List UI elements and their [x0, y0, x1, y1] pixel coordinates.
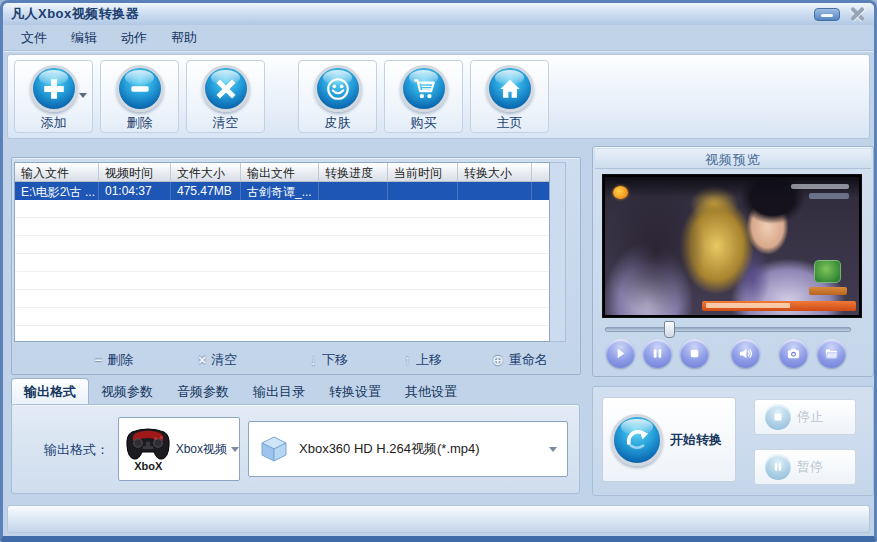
window-title: 凡人Xbox视频转换器 — [11, 5, 139, 23]
close-icon[interactable] — [850, 6, 866, 22]
col-current-time[interactable]: 当前时间 — [388, 163, 458, 181]
play-button[interactable] — [606, 339, 635, 368]
empty-row — [15, 308, 549, 326]
profile-select[interactable]: Xbox360 HD H.264视频(*.mp4) — [248, 421, 568, 477]
watermark-text — [791, 184, 849, 189]
device-select[interactable]: XboX Xbox视频 — [118, 417, 240, 481]
gamepad-icon-wrap: XboX — [121, 426, 176, 472]
menu-action[interactable]: 动作 — [111, 26, 157, 50]
table-row[interactable]: E:\电影2\古 ... 01:04:37 475.47MB 古剑奇谭_... — [15, 182, 549, 200]
empty-row — [15, 236, 549, 254]
tab-audio-params[interactable]: 音频参数 — [165, 379, 241, 405]
skin-button[interactable]: 皮肤 — [298, 60, 377, 133]
cell-duration: 01:04:37 — [99, 182, 171, 200]
rename-button[interactable]: ⊕ 重命名 — [492, 351, 548, 369]
snapshot-button[interactable] — [779, 339, 808, 368]
plus-icon — [30, 65, 78, 112]
seek-slider[interactable] — [605, 327, 851, 332]
cell-output-file: 古剑奇谭_... — [241, 182, 319, 200]
video-preview-panel: 视频预览 — [592, 146, 874, 377]
delete-button-label: 删除 — [127, 114, 153, 132]
volume-button[interactable] — [731, 339, 760, 368]
col-output-file[interactable]: 输出文件 — [241, 163, 319, 181]
clear-button[interactable]: 清空 — [186, 60, 265, 133]
menu-edit[interactable]: 编辑 — [61, 26, 107, 50]
minus-icon — [116, 65, 164, 112]
col-converted-size[interactable]: 转换大小 — [458, 163, 532, 181]
convert-panel: 开始转换 停止 暂停 — [592, 386, 874, 496]
output-format-group: 输出格式： XboX Xbox视频 — [11, 404, 580, 494]
menu-bar: 文件 编辑 动作 帮助 — [3, 25, 874, 51]
buy-button-label: 购买 — [411, 114, 437, 132]
menu-file[interactable]: 文件 — [11, 26, 57, 50]
seek-slider-thumb[interactable] — [664, 321, 675, 338]
vertical-scrollbar[interactable] — [550, 162, 566, 342]
cell-converted-size — [458, 182, 532, 200]
window-controls — [814, 6, 866, 22]
add-button[interactable]: 添加 — [14, 60, 93, 133]
stop-convert-label: 停止 — [797, 408, 823, 426]
list-actions-row: − 删除 × 清空 ↓ 下移 ↑ 上移 ⊕ 重命名 — [12, 346, 580, 374]
cell-file-size: 475.47MB — [171, 182, 241, 200]
speaker-icon — [738, 346, 753, 361]
col-duration[interactable]: 视频时间 — [99, 163, 171, 181]
home-button[interactable]: 主页 — [470, 60, 549, 133]
circle-plus-icon: ⊕ — [492, 353, 504, 367]
video-preview-frame — [602, 174, 862, 318]
col-filler — [532, 163, 549, 181]
settings-tabs: 输出格式 视频参数 音频参数 输出目录 转换设置 其他设置 — [11, 380, 469, 405]
stop-button[interactable] — [680, 339, 709, 368]
home-button-label: 主页 — [497, 114, 523, 132]
cart-icon — [400, 65, 448, 112]
empty-row — [15, 326, 549, 342]
tab-other-settings[interactable]: 其他设置 — [393, 379, 469, 405]
list-clear-button[interactable]: × 清空 — [198, 351, 237, 369]
video-frame-image — [605, 177, 859, 315]
move-down-button[interactable]: ↓ 下移 — [310, 351, 348, 369]
skin-button-label: 皮肤 — [325, 114, 351, 132]
col-progress[interactable]: 转换进度 — [319, 163, 388, 181]
home-icon — [486, 65, 534, 112]
tab-output-dir[interactable]: 输出目录 — [241, 379, 317, 405]
delete-button[interactable]: 删除 — [100, 60, 179, 133]
list-delete-button[interactable]: − 删除 — [94, 351, 133, 369]
empty-row — [15, 200, 549, 218]
pause-button[interactable] — [643, 339, 672, 368]
menu-help[interactable]: 帮助 — [161, 26, 207, 50]
col-input-file[interactable]: 输入文件 — [15, 163, 99, 181]
pause-convert-label: 暂停 — [797, 458, 823, 476]
preview-title: 视频预览 — [595, 149, 871, 169]
tab-video-params[interactable]: 视频参数 — [89, 379, 165, 405]
open-folder-button[interactable] — [817, 339, 846, 368]
arrow-up-icon: ↑ — [404, 353, 411, 367]
cell-current-time — [388, 182, 458, 200]
x-icon: × — [198, 353, 206, 367]
file-list-panel: 输入文件 视频时间 文件大小 输出文件 转换进度 当前时间 转换大小 E:\电影… — [11, 157, 581, 375]
file-table-header: 输入文件 视频时间 文件大小 输出文件 转换进度 当前时间 转换大小 — [15, 163, 549, 182]
tab-output-format[interactable]: 输出格式 — [11, 378, 89, 405]
playback-controls — [593, 339, 873, 371]
tv-logo-icon — [613, 186, 628, 199]
buy-button[interactable]: 购买 — [384, 60, 463, 133]
minus-icon: − — [94, 353, 102, 367]
pause-icon — [765, 454, 791, 480]
profile-selected-value: Xbox360 HD H.264视频(*.mp4) — [299, 440, 539, 458]
empty-row — [15, 272, 549, 290]
file-table: 输入文件 视频时间 文件大小 输出文件 转换进度 当前时间 转换大小 E:\电影… — [14, 162, 550, 342]
chevron-down-icon — [549, 447, 557, 452]
chevron-down-icon — [231, 447, 239, 452]
stop-icon — [765, 404, 791, 430]
chevron-down-icon[interactable] — [79, 93, 87, 98]
stop-convert-button[interactable]: 停止 — [754, 399, 856, 435]
tab-convert-settings[interactable]: 转换设置 — [317, 379, 393, 405]
smiley-icon — [314, 65, 362, 112]
minimize-icon[interactable] — [814, 8, 840, 21]
col-file-size[interactable]: 文件大小 — [171, 163, 241, 181]
empty-row — [15, 290, 549, 308]
pause-convert-button[interactable]: 暂停 — [754, 449, 856, 485]
move-up-button[interactable]: ↑ 上移 — [404, 351, 442, 369]
start-convert-button[interactable]: 开始转换 — [602, 397, 736, 482]
camera-icon — [786, 346, 801, 361]
main-toolbar: 添加 删除 清空 皮肤 购买 — [7, 54, 870, 139]
empty-row — [15, 254, 549, 272]
